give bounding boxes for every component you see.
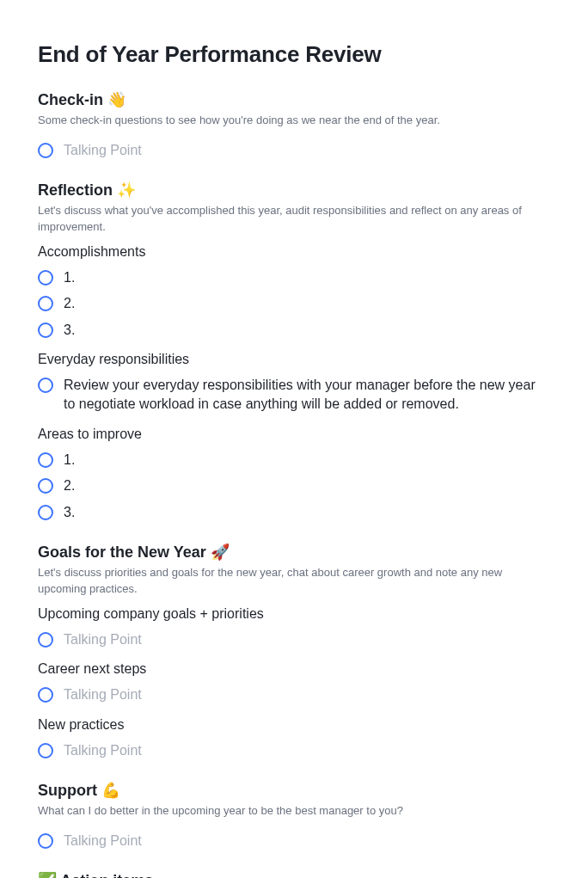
list-item-text[interactable]: 3. [64, 321, 550, 340]
list-item-text[interactable]: Review your everyday responsibilities wi… [64, 376, 550, 414]
section-heading: Support 💪 [38, 781, 550, 800]
list-item-text[interactable]: 1. [64, 451, 550, 470]
list-item-text[interactable]: 3. [64, 503, 550, 522]
radio-icon[interactable] [38, 270, 53, 286]
talking-point-row[interactable]: Talking Point [38, 138, 550, 163]
talking-point-placeholder[interactable]: Talking Point [64, 141, 550, 160]
section-description: What can I do better in the upcoming yea… [38, 803, 550, 820]
section-goals: Goals for the New Year 🚀 Let's discuss p… [38, 543, 550, 764]
list-item[interactable]: 1. [38, 447, 550, 473]
radio-icon[interactable] [38, 478, 53, 494]
talking-point-row[interactable]: Talking Point [38, 738, 550, 764]
list-item[interactable]: 1. [38, 265, 550, 291]
list-item[interactable]: 2. [38, 473, 550, 499]
list-item[interactable]: 3. [38, 500, 550, 525]
section-heading: ✅ Action items [38, 871, 550, 878]
radio-icon[interactable] [38, 833, 53, 849]
radio-icon[interactable] [38, 143, 53, 158]
subheading-practices: New practices [38, 717, 550, 733]
subheading-responsibilities: Everyday responsibilities [38, 352, 550, 367]
radio-icon[interactable] [38, 505, 53, 520]
section-heading: Check-in 👋 [38, 90, 550, 109]
section-description: Let's discuss what you've accomplished t… [38, 203, 550, 236]
radio-icon[interactable] [38, 322, 53, 338]
subheading-upcoming: Upcoming company goals + priorities [38, 606, 550, 622]
radio-icon[interactable] [38, 452, 53, 468]
section-action-items: ✅ Action items What came out of this mee… [38, 871, 550, 878]
talking-point-row[interactable]: Talking Point [38, 828, 550, 854]
subheading-career: Career next steps [38, 661, 550, 677]
list-item-text[interactable]: 1. [64, 268, 550, 287]
talking-point-placeholder[interactable]: Talking Point [64, 685, 550, 704]
list-item-text[interactable]: 2. [64, 294, 550, 313]
talking-point-row[interactable]: Talking Point [38, 682, 550, 708]
subheading-areas: Areas to improve [38, 427, 550, 442]
section-heading: Goals for the New Year 🚀 [38, 543, 550, 562]
section-support: Support 💪 What can I do better in the up… [38, 781, 550, 854]
section-heading: Reflection ✨ [38, 181, 550, 200]
talking-point-placeholder[interactable]: Talking Point [64, 630, 550, 649]
talking-point-placeholder[interactable]: Talking Point [64, 741, 550, 760]
document-page: End of Year Performance Review Check-in … [0, 0, 588, 878]
radio-icon[interactable] [38, 296, 53, 311]
list-item[interactable]: 3. [38, 317, 550, 343]
radio-icon[interactable] [38, 632, 53, 648]
list-item[interactable]: 2. [38, 291, 550, 316]
section-reflection: Reflection ✨ Let's discuss what you've a… [38, 181, 550, 525]
talking-point-placeholder[interactable]: Talking Point [64, 832, 550, 850]
section-description: Let's discuss priorities and goals for t… [38, 565, 550, 598]
list-item-text[interactable]: 2. [64, 476, 550, 495]
page-title: End of Year Performance Review [38, 41, 550, 68]
subheading-accomplishments: Accomplishments [38, 244, 550, 260]
talking-point-row[interactable]: Talking Point [38, 627, 550, 653]
list-item[interactable]: Review your everyday responsibilities wi… [38, 372, 550, 418]
radio-icon[interactable] [38, 378, 53, 393]
radio-icon[interactable] [38, 687, 53, 703]
radio-icon[interactable] [38, 743, 53, 758]
section-checkin: Check-in 👋 Some check-in questions to se… [38, 90, 550, 163]
section-description: Some check-in questions to see how you'r… [38, 113, 550, 129]
